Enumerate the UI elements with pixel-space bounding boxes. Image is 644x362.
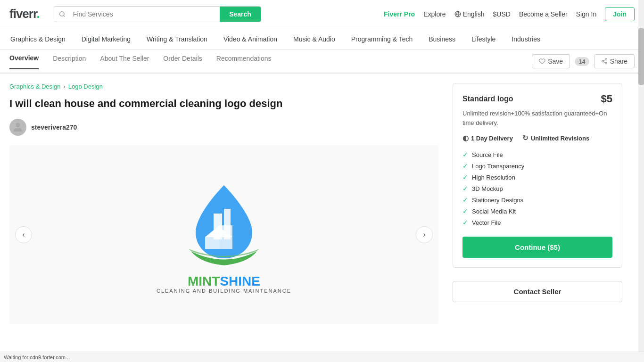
- language-label: English: [463, 10, 485, 18]
- category-nav-programming[interactable]: Programming & Tech: [350, 35, 413, 43]
- feature-label: 3D Mockup: [472, 185, 503, 192]
- breadcrumb-child[interactable]: Logo Design: [68, 83, 103, 90]
- category-nav-writing[interactable]: Writing & Translation: [146, 35, 208, 43]
- scrollbar-thumb[interactable]: [638, 28, 644, 85]
- pricing-card: Standard logo $5 Unlimited revision+100%…: [453, 83, 622, 268]
- join-button[interactable]: Join: [605, 7, 635, 21]
- feature-label: Social Media Kit: [472, 208, 516, 215]
- carousel-prev-button[interactable]: ‹: [15, 226, 32, 243]
- share-button[interactable]: Share: [594, 54, 635, 68]
- fiverr-pro-link[interactable]: Fiverr Pro: [384, 10, 415, 18]
- category-nav-graphics[interactable]: Graphics & Design: [9, 35, 66, 43]
- tab-description[interactable]: Description: [53, 55, 86, 69]
- check-icon: ✓: [462, 185, 468, 192]
- gig-title: I will clean house and commercial cleani…: [9, 97, 438, 111]
- category-nav: Graphics & Design Digital Marketing Writ…: [0, 28, 644, 50]
- right-column: Standard logo $5 Unlimited revision+100%…: [453, 83, 622, 324]
- pricing-meta: ◐ 1 Day Delivery ↻ Unlimited Revisions: [462, 134, 612, 142]
- category-nav-industries[interactable]: Industries: [511, 35, 541, 43]
- save-button[interactable]: Save: [532, 54, 570, 68]
- site-header: fiverr. Search Fiverr Pro Explore Englis…: [0, 0, 644, 28]
- clock-icon: ◐: [462, 134, 469, 142]
- header-nav: Fiverr Pro Explore English $USD Become a…: [384, 7, 635, 21]
- main-content: Graphics & Design › Logo Design I will c…: [0, 74, 632, 334]
- delivery-meta: ◐ 1 Day Delivery: [462, 134, 513, 142]
- breadcrumb-separator: ›: [63, 83, 65, 90]
- save-label: Save: [548, 58, 563, 65]
- tab-recommendations[interactable]: Recommendations: [216, 55, 272, 69]
- feature-vector-file: ✓ Vector File: [462, 217, 612, 228]
- pricing-description: Unlimited revision+100% satisfaction gua…: [462, 109, 612, 127]
- pricing-header: Standard logo $5: [462, 93, 612, 105]
- svg-point-4: [605, 58, 607, 60]
- seller-info: steverivera270: [9, 119, 438, 136]
- scrollbar-track: [638, 0, 644, 334]
- become-seller-link[interactable]: Become a Seller: [519, 10, 568, 18]
- feature-social-media-kit: ✓ Social Media Kit: [462, 206, 612, 217]
- category-nav-video[interactable]: Video & Animation: [223, 35, 278, 43]
- brand-text: MINTSHINE CLEANING AND BUILDING MAINTENA…: [157, 274, 291, 294]
- svg-line-1: [64, 15, 65, 16]
- feature-label: Stationery Designs: [472, 197, 523, 204]
- fiverr-logo[interactable]: fiverr.: [9, 7, 40, 21]
- feature-label: Source File: [472, 151, 503, 158]
- brand-mint: MINT: [188, 274, 220, 288]
- tab-about-seller[interactable]: About The Seller: [100, 55, 149, 69]
- category-nav-business[interactable]: Business: [428, 35, 456, 43]
- carousel-inner: MINTSHINE CLEANING AND BUILDING MAINTENA…: [9, 145, 438, 324]
- revisions-meta: ↻ Unlimited Revisions: [522, 134, 589, 142]
- brand-subtitle: CLEANING AND BUILDING MAINTENANCE: [157, 288, 291, 294]
- save-count: 14: [575, 57, 589, 66]
- contact-seller-button[interactable]: Contact Seller: [453, 281, 622, 302]
- breadcrumb-parent[interactable]: Graphics & Design: [9, 83, 60, 90]
- feature-stationery-designs: ✓ Stationery Designs: [462, 194, 612, 206]
- brand-shine: SHINE: [220, 274, 260, 288]
- carousel-logo: MINTSHINE CLEANING AND BUILDING MAINTENA…: [157, 176, 291, 294]
- svg-line-7: [603, 62, 605, 63]
- svg-line-8: [603, 60, 605, 61]
- tab-order-details[interactable]: Order Details: [163, 55, 202, 69]
- refresh-icon: ↻: [522, 134, 528, 142]
- check-icon: ✓: [462, 219, 468, 226]
- tab-nav: Overview Description About The Seller Or…: [0, 50, 644, 74]
- feature-high-resolution: ✓ High Resolution: [462, 172, 612, 183]
- search-button[interactable]: Search: [220, 7, 261, 22]
- svg-point-0: [60, 11, 64, 16]
- feature-label: Vector File: [472, 219, 501, 226]
- search-icon: [54, 7, 70, 22]
- check-icon: ✓: [462, 173, 468, 181]
- seller-name[interactable]: steverivera270: [31, 123, 77, 131]
- feature-3d-mockup: ✓ 3D Mockup: [462, 183, 612, 194]
- category-nav-lifestyle[interactable]: Lifestyle: [471, 35, 496, 43]
- feature-label: High Resolution: [472, 174, 515, 181]
- pricing-price: $5: [601, 93, 612, 105]
- image-carousel: ‹: [9, 145, 438, 324]
- feature-source-file: ✓ Source File: [462, 149, 612, 160]
- category-nav-music[interactable]: Music & Audio: [292, 35, 336, 43]
- tab-actions: Save 14 Share: [532, 54, 635, 68]
- revisions-label: Unlimited Revisions: [531, 135, 589, 142]
- search-input[interactable]: [70, 7, 220, 22]
- check-icon: ✓: [462, 162, 468, 170]
- carousel-next-button[interactable]: ›: [416, 226, 433, 243]
- left-column: Graphics & Design › Logo Design I will c…: [9, 83, 438, 324]
- continue-button[interactable]: Continue ($5): [462, 237, 612, 258]
- search-bar: Search: [54, 6, 261, 22]
- feature-label: Logo Transparency: [472, 163, 524, 170]
- features-list: ✓ Source File ✓ Logo Transparency ✓ High…: [462, 149, 612, 228]
- sign-in-link[interactable]: Sign In: [576, 10, 597, 18]
- language-selector[interactable]: English: [454, 10, 485, 18]
- svg-point-6: [605, 62, 607, 64]
- currency-selector[interactable]: $USD: [493, 10, 511, 18]
- check-icon: ✓: [462, 151, 468, 158]
- logo-dot: .: [37, 7, 40, 21]
- tab-overview[interactable]: Overview: [9, 54, 39, 69]
- category-nav-digital-marketing[interactable]: Digital Marketing: [81, 35, 132, 43]
- pricing-plan-name: Standard logo: [462, 95, 513, 103]
- delivery-label: 1 Day Delivery: [471, 135, 513, 142]
- check-icon: ✓: [462, 207, 468, 215]
- breadcrumb: Graphics & Design › Logo Design: [9, 83, 438, 90]
- explore-link[interactable]: Explore: [423, 10, 446, 18]
- check-icon: ✓: [462, 196, 468, 204]
- mintshine-logo-svg: [177, 176, 271, 270]
